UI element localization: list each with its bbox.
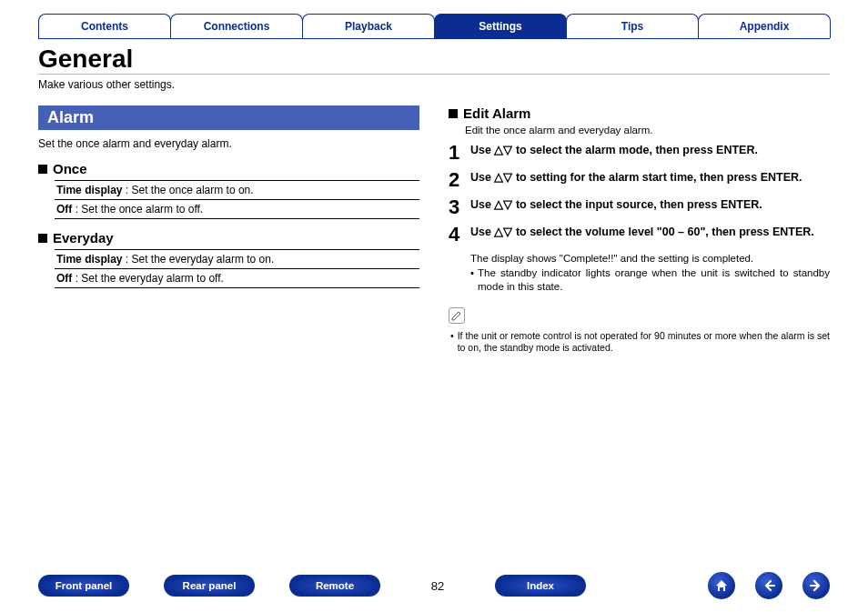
tab-settings[interactable]: Settings [434, 14, 567, 38]
tab-label: Appendix [740, 20, 790, 33]
def-row: Off : Set the once alarm to off. [55, 200, 419, 219]
tab-appendix[interactable]: Appendix [698, 14, 831, 38]
home-icon [713, 577, 730, 594]
step-number: 1 [449, 143, 470, 163]
heading-everyday-text: Everyday [53, 230, 114, 246]
section-alarm-header: Alarm [38, 105, 419, 130]
tab-connections[interactable]: Connections [170, 14, 303, 38]
def-val: : Set the once alarm to off. [72, 203, 203, 216]
def-val: : Set the once alarm to on. [122, 184, 253, 196]
page-subtitle: Make various other settings. [38, 78, 830, 91]
left-column: Alarm Set the once alarm and everyday al… [38, 100, 419, 355]
def-row: Time display : Set the everyday alarm to… [55, 249, 419, 269]
pencil-note-icon [449, 307, 465, 324]
prev-button[interactable] [755, 572, 782, 599]
top-tabs: Contents Connections Playback Settings T… [0, 0, 868, 38]
heading-once-text: Once [53, 161, 87, 176]
post-step-notes: The display shows "Complete!!" and the s… [470, 252, 830, 295]
edit-alarm-desc: Edit the once alarm and everyday alarm. [465, 125, 830, 135]
step-number: 2 [449, 170, 470, 190]
once-definitions: Time display : Set the once alarm to on.… [55, 180, 419, 219]
page-title: General [38, 45, 830, 75]
tab-label: Playback [345, 20, 392, 33]
post-step-bullet: The standby indicator lights orange when… [470, 266, 830, 295]
square-bullet-icon [449, 109, 458, 118]
tab-label: Tips [621, 20, 643, 33]
step-3: 3 Use △▽ to select the input source, the… [449, 197, 830, 217]
page-number: 82 [415, 579, 460, 593]
bottom-bar: Front panel Rear panel Remote 82 Index [0, 572, 868, 599]
heading-edit-alarm-text: Edit Alarm [463, 105, 530, 121]
heading-everyday: Everyday [38, 230, 419, 246]
home-button[interactable] [708, 572, 735, 599]
square-bullet-icon [38, 165, 47, 174]
tab-tips[interactable]: Tips [566, 14, 699, 38]
step-number: 3 [449, 197, 470, 217]
arrow-right-icon [809, 578, 823, 593]
nav-icon-group [708, 572, 830, 599]
step-text: Use △▽ to select the alarm mode, then pr… [470, 143, 830, 158]
next-button[interactable] [802, 572, 830, 599]
tab-playback[interactable]: Playback [302, 14, 435, 38]
step-2: 2 Use △▽ to setting for the alarm start … [449, 170, 830, 190]
def-key: Off [56, 203, 72, 216]
step-1: 1 Use △▽ to select the alarm mode, then … [449, 143, 830, 163]
step-number: 4 [449, 225, 470, 245]
step-4: 4 Use △▽ to select the volume level "00 … [449, 225, 830, 245]
arrow-left-icon [762, 578, 776, 593]
tab-contents[interactable]: Contents [38, 14, 171, 38]
everyday-definitions: Time display : Set the everyday alarm to… [55, 249, 419, 288]
front-panel-button[interactable]: Front panel [38, 575, 129, 597]
step-text: Use △▽ to select the input source, then … [470, 197, 830, 213]
post-step-line: The display shows "Complete!!" and the s… [470, 252, 830, 266]
tab-label: Contents [81, 20, 128, 33]
def-key: Time display [56, 253, 122, 266]
right-column: Edit Alarm Edit the once alarm and every… [449, 100, 830, 355]
heading-once: Once [38, 161, 419, 176]
step-text: Use △▽ to select the volume level "00 – … [470, 225, 830, 240]
remote-button[interactable]: Remote [289, 575, 380, 597]
rear-panel-button[interactable]: Rear panel [164, 575, 255, 597]
def-row: Time display : Set the once alarm to on. [55, 180, 419, 200]
footnote-text: If the unit or remote control is not ope… [450, 330, 830, 355]
section-alarm-desc: Set the once alarm and everyday alarm. [38, 137, 419, 150]
step-text: Use △▽ to setting for the alarm start ti… [470, 170, 830, 186]
square-bullet-icon [38, 234, 47, 243]
page-body: General Make various other settings. Ala… [0, 39, 868, 355]
def-row: Off : Set the everyday alarm to off. [55, 269, 419, 288]
tab-label: Connections [204, 20, 270, 33]
tab-label: Settings [479, 20, 521, 33]
def-key: Time display [56, 184, 122, 196]
def-key: Off [56, 272, 72, 285]
index-button[interactable]: Index [495, 575, 586, 597]
def-val: : Set the everyday alarm to off. [72, 272, 224, 285]
heading-edit-alarm: Edit Alarm [449, 105, 830, 121]
def-val: : Set the everyday alarm to on. [122, 253, 274, 266]
